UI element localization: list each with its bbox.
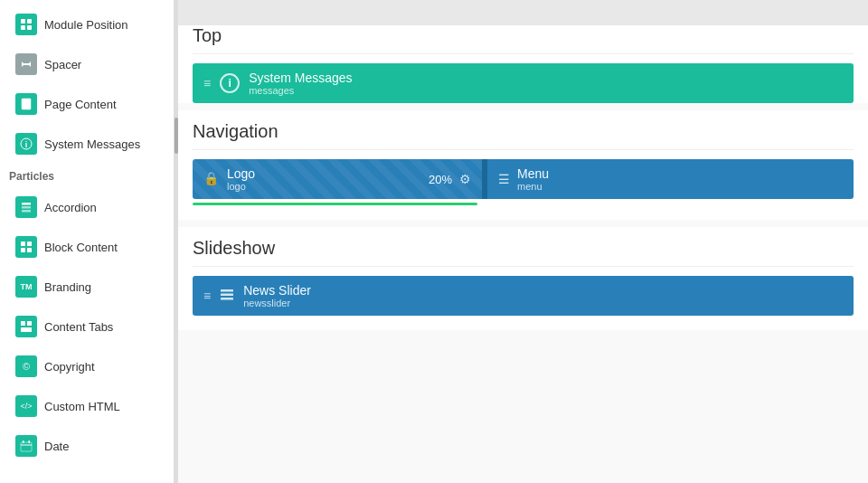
svg-rect-17 [27,242,32,246]
sidebar-item-branding-label: Branding [44,280,91,294]
logo-gear-icon[interactable]: ⚙ [459,172,471,186]
sidebar-item-page-content[interactable]: Page Content [5,85,168,123]
logo-title: Logo [227,166,421,181]
sidebar-item-date-label: Date [44,440,69,453]
svg-rect-1 [27,19,32,24]
sm-title: System Messages [249,71,352,85]
date-icon [15,435,37,457]
svg-rect-15 [22,210,31,213]
svg-marker-6 [28,62,31,67]
svg-rect-3 [27,25,32,30]
svg-rect-18 [21,248,25,252]
sidebar-item-accordion-label: Accordion [44,201,97,214]
svg-rect-20 [21,321,25,326]
menu-title: Menu [517,166,549,181]
top-section: Top ≡ i System Messages messages [178,25,868,103]
svg-rect-19 [27,248,32,252]
slideshow-section-title: Slideshow [193,238,854,267]
svg-rect-26 [29,440,31,443]
resize-handle[interactable] [482,159,487,199]
system-messages-block[interactable]: ≡ i System Messages messages [193,63,854,103]
system-messages-icon: i [15,133,37,155]
sidebar-item-custom-html[interactable]: </> Custom HTML [5,387,168,425]
scrollbar-thumb [175,118,178,154]
sm-info-icon: i [220,73,240,93]
main-content: Top ≡ i System Messages messages Navigat… [178,0,868,483]
sidebar-item-copyright[interactable]: © Copyright [5,347,168,385]
sm-subtitle: messages [249,85,352,96]
branding-icon: TM [15,276,37,298]
top-gray-bar [178,0,868,25]
menu-lines-icon: ☰ [498,172,510,186]
custom-html-icon: </> [15,395,37,417]
svg-rect-27 [221,289,233,292]
resize-indicator [193,203,477,205]
svg-rect-28 [221,293,233,296]
sidebar-item-content-tabs[interactable]: Content Tabs [5,308,168,346]
block-content-icon [15,236,37,258]
sidebar-item-date[interactable]: Date [5,427,168,465]
drag-handle-icon: ≡ [203,76,211,90]
svg-rect-2 [21,25,25,30]
svg-rect-25 [23,440,24,443]
logo-lock-icon: 🔒 [203,171,220,187]
svg-rect-22 [21,327,32,332]
sidebar-item-page-content-label: Page Content [44,98,117,111]
copyright-icon: © [15,355,37,377]
sidebar-item-copyright-label: Copyright [44,360,95,374]
sidebar-item-accordion[interactable]: Accordion [5,188,168,226]
nav-blocks: 🔒 Logo logo 20% ⚙ ☰ Menu menu [193,159,854,199]
svg-rect-10 [24,106,27,108]
sidebar-scrollbar[interactable] [175,0,178,483]
sidebar-item-module-position-label: Module Position [44,18,128,32]
svg-rect-16 [21,242,25,246]
top-section-title: Top [193,25,854,54]
sidebar-item-content-tabs-label: Content Tabs [44,320,113,334]
news-slider-title: News Slider [243,283,311,298]
svg-rect-0 [21,19,25,24]
svg-rect-23 [21,442,32,451]
sm-text: System Messages messages [249,71,352,96]
sidebar-item-module-position[interactable]: Module Position [5,5,168,43]
sidebar-item-custom-html-label: Custom HTML [44,400,120,413]
sidebar: Module Position Spacer Page Content i [0,0,175,483]
svg-rect-24 [21,444,32,446]
logo-text: Logo logo [227,166,421,192]
logo-block[interactable]: 🔒 Logo logo 20% ⚙ [193,159,482,199]
news-slider-list-icon [220,288,234,305]
svg-marker-5 [22,62,24,67]
svg-text:i: i [25,140,28,149]
news-slider-block[interactable]: ≡ News Slider newsslider [193,276,854,316]
sidebar-item-block-content-label: Block Content [44,241,118,254]
sidebar-item-branding[interactable]: TM Branding [5,268,168,306]
content-tabs-icon [15,316,37,337]
particles-heading: Particles [0,165,174,186]
page-content-icon [15,93,37,115]
module-position-icon [15,14,37,35]
navigation-section: Navigation 🔒 Logo logo 20% ⚙ ☰ Menu menu [178,110,868,220]
menu-subtitle: menu [517,181,549,192]
menu-block[interactable]: ☰ Menu menu [487,159,854,199]
sidebar-item-system-messages[interactable]: i System Messages [5,125,168,163]
svg-rect-9 [24,104,29,106]
spacer-icon [15,53,37,75]
sidebar-item-spacer-label: Spacer [44,58,81,71]
slideshow-section: Slideshow ≡ News Slider newsslider [178,227,868,330]
logo-subtitle: logo [227,181,421,192]
sidebar-item-spacer[interactable]: Spacer [5,45,168,83]
news-slider-text: News Slider newsslider [243,283,311,308]
menu-text: Menu menu [517,166,549,192]
news-slider-subtitle: newsslider [243,298,311,308]
accordion-icon [15,196,37,218]
logo-percent: 20% [429,173,452,186]
svg-rect-14 [22,206,31,209]
sidebar-item-system-messages-label: System Messages [44,137,140,151]
sidebar-item-block-content[interactable]: Block Content [5,228,168,266]
news-slider-drag-icon: ≡ [203,289,211,303]
svg-rect-21 [27,321,32,326]
svg-rect-8 [24,101,29,103]
navigation-section-title: Navigation [193,121,854,150]
svg-rect-29 [221,298,233,300]
svg-rect-13 [22,203,31,205]
